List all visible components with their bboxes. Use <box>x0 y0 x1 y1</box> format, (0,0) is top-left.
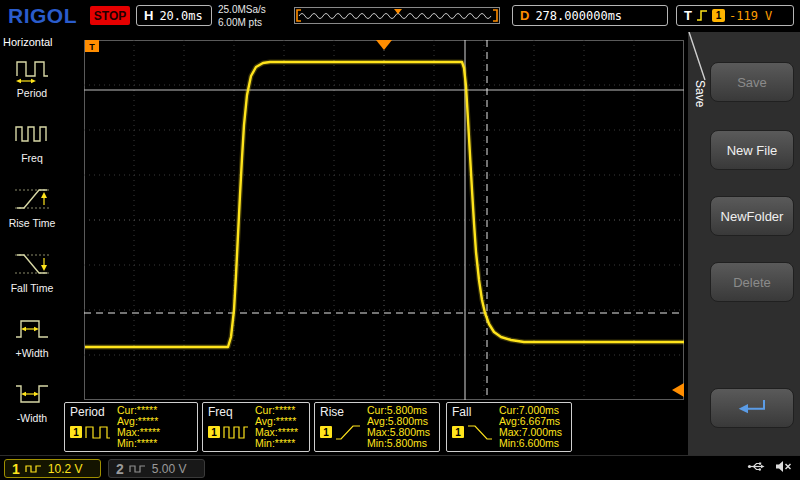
measurement-box-freq: Freq 1 Cur:***** Avg:***** Max:***** Min… <box>202 402 310 452</box>
run-state-indicator: STOP <box>90 6 130 25</box>
rise-time-icon <box>335 423 361 441</box>
menu-item-freq[interactable]: Freq <box>0 119 64 183</box>
sample-rate: 25.0MSa/s <box>218 4 266 15</box>
delete-button[interactable]: Delete <box>710 262 794 302</box>
rigol-logo: RIGOL <box>8 4 77 28</box>
period-icon <box>85 423 111 441</box>
horizontal-label: H <box>144 8 153 23</box>
menu-item-label: Rise Time <box>0 217 64 229</box>
horizontal-scale-value: 20.0ms <box>159 9 202 23</box>
measurement-box-rise: Rise 1 Cur:5.800ms Avg:5.800ms Max:5.800… <box>314 402 440 452</box>
preview-waveform-icon <box>295 8 499 23</box>
button-label: New File <box>727 143 778 158</box>
graticule: T <box>84 40 684 400</box>
menu-item-plus-width[interactable]: +Width <box>0 314 64 378</box>
menu-item-fall-time[interactable]: Fall Time <box>0 249 64 313</box>
measurement-min: Min:6.600ms <box>499 438 571 449</box>
usb-icon <box>747 460 765 473</box>
measurement-name: Fall <box>452 405 499 419</box>
menu-item-label: +Width <box>0 347 64 359</box>
channel-waveform-icon <box>129 463 147 475</box>
menu-item-label: Fall Time <box>0 282 64 294</box>
trigger-delay-box: D 278.000000ms <box>512 5 668 26</box>
channel-badge: 1 <box>208 426 220 438</box>
channel-badge: 1 <box>452 426 464 438</box>
measurement-name: Freq <box>208 405 255 419</box>
button-label: Delete <box>733 275 771 290</box>
plus-width-icon <box>0 314 64 346</box>
freq-icon <box>0 119 64 151</box>
oscilloscope-screen: RIGOL STOP H 20.0ms 25.0MSa/s6.00M pts D… <box>0 0 800 480</box>
svg-text:T: T <box>89 42 95 52</box>
channel-2-scale: 5.00 V <box>152 462 187 476</box>
trigger-level-value: -119 V <box>729 9 772 23</box>
channel-2-number: 2 <box>116 461 124 477</box>
menu-item-label: Freq <box>0 152 64 164</box>
measure-menu-title: Horizontal <box>0 32 64 48</box>
measurement-name: Period <box>70 405 117 419</box>
channel-2-status[interactable]: 2 5.00 V <box>108 459 205 478</box>
button-label: Save <box>737 75 767 90</box>
menu-item-minus-width[interactable]: -Width <box>0 379 64 443</box>
minus-width-icon <box>0 379 64 411</box>
waveform-display: T <box>84 40 684 400</box>
trigger-slope-icon <box>696 9 708 22</box>
freq-icon <box>223 423 249 441</box>
fall-time-icon <box>467 423 493 441</box>
new-folder-button[interactable]: NewFolder <box>710 196 794 236</box>
channel-1-scale: 10.2 V <box>48 462 83 476</box>
channel-1-status[interactable]: 1 10.2 V <box>4 459 101 478</box>
memory-waveform-preview <box>294 7 500 24</box>
menu-item-rise-time[interactable]: Rise Time <box>0 184 64 248</box>
channel-badge: 1 <box>320 426 332 438</box>
measurement-min: Min:***** <box>117 438 197 449</box>
measurement-name: Rise <box>320 405 367 419</box>
measurement-box-fall: Fall 1 Cur:7.000ms Avg:6.667ms Max:7.000… <box>446 402 572 452</box>
new-file-button[interactable]: New File <box>710 130 794 170</box>
speaker-muted-icon <box>775 460 792 473</box>
back-button[interactable] <box>710 388 794 428</box>
period-icon <box>0 54 64 86</box>
measure-menu: Horizontal Period Freq Rise Time Fall Ti… <box>0 32 64 455</box>
rise-time-icon <box>0 184 64 216</box>
menu-item-period[interactable]: Period <box>0 54 64 118</box>
return-arrow-icon <box>724 394 780 422</box>
menu-item-label: -Width <box>0 412 64 424</box>
button-label: NewFolder <box>721 209 784 224</box>
channel-waveform-icon <box>25 463 43 475</box>
save-menu: Save Save New File NewFolder Delete <box>688 32 800 455</box>
trigger-label: T <box>684 8 692 23</box>
channel-1-number: 1 <box>12 461 20 477</box>
memory-depth: 6.00M pts <box>218 17 262 28</box>
measurement-min: Min:5.800ms <box>367 438 439 449</box>
delay-value: 278.000000ms <box>535 9 622 23</box>
trigger-source-badge: 1 <box>712 9 725 22</box>
top-status-bar: RIGOL STOP H 20.0ms 25.0MSa/s6.00M pts D… <box>0 0 800 32</box>
horizontal-scale-box: H 20.0ms <box>136 5 212 26</box>
trigger-time-ref-marker: T <box>85 40 99 52</box>
menu-tab-divider <box>688 32 708 82</box>
measurement-min: Min:***** <box>255 438 309 449</box>
fall-time-icon <box>0 249 64 281</box>
channel-status-bar: 1 10.2 V 2 5.00 V <box>0 455 800 480</box>
menu-tab-label: Save <box>693 80 707 107</box>
menu-item-label: Period <box>0 87 64 99</box>
measurement-box-period: Period 1 Cur:***** Avg:***** Max:***** M… <box>64 402 198 452</box>
channel-badge: 1 <box>70 426 82 438</box>
save-button[interactable]: Save <box>710 62 794 102</box>
delay-label: D <box>520 8 529 23</box>
acquisition-info: 25.0MSa/s6.00M pts <box>218 3 266 29</box>
trigger-status-box: T 1 -119 V <box>676 5 794 26</box>
